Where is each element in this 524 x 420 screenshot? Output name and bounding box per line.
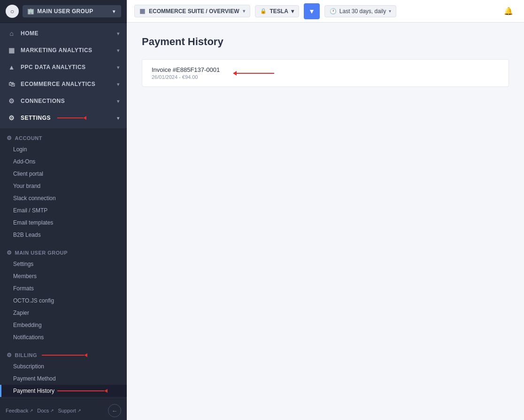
nav-section: ⌂ HOME ▾ ▦ MARKETING ANALYTICS ▾ ▲ PPC D… (0, 23, 127, 128)
grid-icon: ▦ (8, 47, 16, 54)
sidebar-item-ecommerce-label: ECOMMERCE ANALYTICS (21, 81, 95, 87)
settings-arrow-annotation (57, 116, 86, 120)
sidebar-top: ○ 🏢 MAIN USER GROUP ▼ (0, 0, 127, 23)
sidebar-item-home[interactable]: ⌂ HOME ▾ (0, 25, 127, 42)
back-icon: ← (112, 407, 118, 414)
chevron-right-icon: ▾ (117, 65, 120, 70)
submenu-item-members[interactable]: Members (0, 270, 127, 282)
sidebar-footer: Feedback ↗ Docs ↗ Support ↗ ← (0, 399, 127, 420)
external-link-icon: ↗ (50, 408, 54, 413)
submenu-item-payment-history[interactable]: Payment History (0, 385, 127, 397)
bell-icon: 🔔 (504, 7, 513, 16)
main-user-group-section: ⚙ Main User Group Settings Members Forma… (0, 243, 127, 345)
suite-label: ECOMMERCE SUITE / OVERVIEW (149, 8, 239, 15)
topbar: ▦ ECOMMERCE SUITE / OVERVIEW ▾ 🔒 TESLA ▾… (127, 0, 524, 23)
support-link[interactable]: Support ↗ (58, 408, 81, 413)
back-button[interactable]: ← (108, 404, 121, 417)
submenu-item-slack-connection[interactable]: Slack connection (0, 192, 127, 204)
submenu-item-zapier[interactable]: Zapier (0, 307, 127, 319)
invoice-arrow-annotation (233, 71, 274, 76)
submenu-item-your-brand[interactable]: Your brand (0, 180, 127, 192)
triangle-icon: ▲ (8, 63, 16, 71)
chevron-right-icon: ▾ (117, 31, 120, 36)
grid-icon: ▦ (139, 8, 145, 15)
date-label: Last 30 days, daily (339, 8, 386, 15)
settings-submenu: ⚙ Account Login Add-Ons Client portal Yo… (0, 128, 127, 399)
docs-link[interactable]: Docs ↗ (37, 408, 54, 413)
sidebar: ○ 🏢 MAIN USER GROUP ▼ ⌂ HOME ▾ ▦ MARKETI… (0, 0, 127, 420)
account-selector[interactable]: 🔒 TESLA ▾ (255, 5, 299, 17)
sidebar-item-settings-label: SETTINGS (21, 115, 51, 121)
submenu-item-b2b-leads[interactable]: B2B Leads (0, 229, 127, 241)
sidebar-item-marketing-analytics[interactable]: ▦ MARKETING ANALYTICS ▾ (0, 42, 127, 59)
gear-icon: ⚙ (7, 352, 12, 358)
submenu-item-client-portal[interactable]: Client portal (0, 168, 127, 180)
chevron-down-icon: ▾ (243, 8, 245, 14)
group-selector[interactable]: 🏢 MAIN USER GROUP ▼ (23, 5, 121, 17)
building-icon: 🏢 (27, 8, 34, 15)
invoice-title: Invoice #E885F137-0001 (152, 66, 220, 73)
group-label: MAIN USER GROUP (37, 8, 93, 15)
billing-section: ⚙ Billing Subscription Payment Method Pa… (0, 345, 127, 399)
feedback-link[interactable]: Feedback ↗ (6, 408, 33, 413)
account-heading: ⚙ Account (0, 132, 127, 143)
chevron-right-icon: ▾ (117, 48, 120, 53)
chevron-down-icon: ▼ (112, 9, 116, 14)
external-link-icon: ↗ (77, 408, 81, 413)
chevron-down-icon: ▾ (389, 8, 391, 14)
lock-icon: 🔒 (260, 8, 267, 14)
chevron-down-icon: ▾ (291, 8, 294, 15)
gear-icon: ⚙ (8, 114, 16, 122)
billing-arrow-annotation (42, 353, 87, 357)
external-link-icon: ↗ (30, 408, 33, 413)
payment-history-arrow-annotation (57, 389, 108, 393)
filter-button[interactable]: ▼ (304, 3, 320, 19)
sidebar-item-settings[interactable]: ⚙ SETTINGS ▾ (0, 109, 127, 126)
submenu-item-add-ons[interactable]: Add-Ons (0, 156, 127, 168)
chevron-down-icon: ▾ (117, 116, 120, 121)
submenu-item-subscription[interactable]: Subscription (0, 360, 127, 373)
submenu-item-settings[interactable]: Settings (0, 258, 127, 270)
home-icon: ⌂ (8, 30, 16, 37)
suite-selector[interactable]: ▦ ECOMMERCE SUITE / OVERVIEW ▾ (134, 5, 250, 17)
submenu-item-email-smtp[interactable]: Email / SMTP (0, 204, 127, 217)
gear-icon: ⚙ (7, 135, 12, 141)
sidebar-item-ecommerce-analytics[interactable]: 🛍 ECOMMERCE ANALYTICS ▾ (0, 76, 127, 93)
page-title: Payment History (142, 36, 509, 48)
date-range-selector[interactable]: 🕐 Last 30 days, daily ▾ (324, 5, 396, 17)
submenu-item-email-templates[interactable]: Email templates (0, 217, 127, 229)
sidebar-item-connections-label: CONNECTIONS (21, 98, 65, 104)
account-label: TESLA (270, 8, 288, 15)
sidebar-item-ppc-label: PPC DATA ANALYTICS (21, 64, 86, 70)
submenu-item-payment-method[interactable]: Payment Method (0, 373, 127, 385)
submenu-item-notifications[interactable]: Notifications (0, 331, 127, 343)
billing-heading: ⚙ Billing (0, 349, 127, 360)
chevron-right-icon: ▾ (117, 82, 120, 87)
submenu-item-embedding[interactable]: Embedding (0, 319, 127, 331)
invoice-row[interactable]: Invoice #E885F137-0001 26/01/2024 - €94.… (142, 59, 509, 87)
content-area: Payment History Invoice #E885F137-0001 2… (127, 23, 524, 420)
sidebar-item-ppc-analytics[interactable]: ▲ PPC DATA ANALYTICS ▾ (0, 59, 127, 76)
main-area: ▦ ECOMMERCE SUITE / OVERVIEW ▾ 🔒 TESLA ▾… (127, 0, 524, 420)
submenu-item-login[interactable]: Login (0, 143, 127, 156)
app-logo: ○ (6, 5, 19, 18)
sidebar-item-home-label: HOME (21, 30, 39, 37)
connections-icon: ⚙ (8, 97, 16, 105)
submenu-item-formats[interactable]: Formats (0, 282, 127, 295)
invoice-info: Invoice #E885F137-0001 26/01/2024 - €94.… (152, 66, 220, 80)
invoice-subtitle: 26/01/2024 - €94.00 (152, 74, 220, 80)
sidebar-item-connections[interactable]: ⚙ CONNECTIONS ▾ (0, 93, 127, 109)
chevron-right-icon: ▾ (117, 99, 120, 104)
notifications-button[interactable]: 🔔 (501, 3, 516, 19)
submenu-item-octojs-config[interactable]: OCTO.JS config (0, 295, 127, 307)
account-section: ⚙ Account Login Add-Ons Client portal Yo… (0, 128, 127, 243)
filter-icon: ▼ (308, 8, 315, 15)
sidebar-item-marketing-label: MARKETING ANALYTICS (21, 47, 92, 54)
bag-icon: 🛍 (8, 80, 16, 88)
gear-icon: ⚙ (7, 249, 12, 256)
clock-icon: 🕐 (330, 8, 337, 15)
main-user-group-heading: ⚙ Main User Group (0, 247, 127, 258)
